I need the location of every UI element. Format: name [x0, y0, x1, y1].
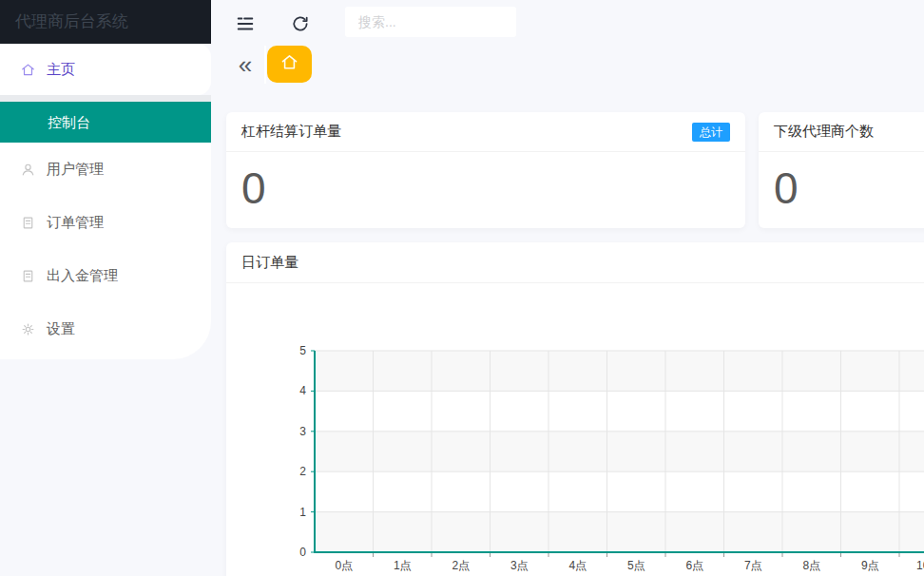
- sidebar-home-card: 主页: [0, 44, 211, 95]
- sidebar-menu-card: 控制台 用户管理 订单管理: [0, 102, 211, 359]
- daily-orders-chart: 0123450点1点2点3点4点5点6点7点8点9点10点: [226, 283, 924, 576]
- sidebar-item-home[interactable]: 主页: [0, 44, 211, 95]
- daily-orders-card: 日订单量 0123450点1点2点3点4点5点6点7点8点9点10点: [226, 242, 924, 576]
- screen: 代理商后台系统 主页 控制台 用户管理: [0, 0, 924, 576]
- sidebar-item-funds[interactable]: 出入金管理: [0, 249, 211, 302]
- svg-text:2: 2: [299, 465, 306, 478]
- card-title: 下级代理商个数: [774, 123, 874, 141]
- total-badge: 总计: [692, 123, 730, 142]
- sidebar-item-label: 控制台: [48, 114, 90, 130]
- refresh-icon[interactable]: [289, 12, 312, 35]
- sidebar-separator: [0, 95, 211, 102]
- svg-text:10点: 10点: [916, 559, 924, 572]
- collapse-tabs-icon[interactable]: «: [231, 48, 260, 81]
- chart-header: 日订单量: [226, 242, 924, 283]
- card-header: 杠杆结算订单量 总计: [226, 112, 745, 152]
- svg-text:3: 3: [299, 425, 306, 438]
- svg-text:7点: 7点: [744, 559, 762, 572]
- sidebar-item-orders[interactable]: 订单管理: [0, 196, 211, 249]
- home-icon: [20, 62, 36, 78]
- svg-text:8点: 8点: [802, 559, 820, 572]
- svg-text:1点: 1点: [394, 559, 412, 572]
- sidebar-item-label: 设置: [47, 320, 75, 338]
- svg-text:5点: 5点: [627, 559, 645, 572]
- user-icon: [20, 162, 36, 178]
- svg-text:1: 1: [299, 506, 306, 519]
- card-title: 杠杆结算订单量: [241, 123, 341, 141]
- sidebar-item-console[interactable]: 控制台: [0, 102, 211, 143]
- search-input[interactable]: [345, 7, 516, 37]
- svg-text:4: 4: [299, 384, 306, 397]
- svg-text:4点: 4点: [568, 559, 587, 572]
- svg-text:6点: 6点: [685, 559, 703, 572]
- sidebar-item-label: 主页: [47, 61, 75, 79]
- stat-card-leverage-orders: 杠杆结算订单量 总计 0: [226, 112, 745, 228]
- home-icon: [279, 52, 299, 76]
- sidebar-item-label: 订单管理: [47, 214, 104, 232]
- collapse-menu-icon[interactable]: [234, 12, 257, 35]
- sidebar-item-label: 出入金管理: [47, 267, 118, 285]
- home-tab-button[interactable]: [267, 46, 312, 83]
- card-header: 下级代理商个数: [759, 112, 924, 152]
- stat-card-sub-agents: 下级代理商个数 0: [759, 112, 924, 228]
- sidebar-item-settings[interactable]: 设置: [0, 302, 211, 355]
- app-title: 代理商后台系统: [0, 0, 211, 44]
- document-icon: [20, 268, 36, 284]
- chart-title: 日订单量: [241, 254, 298, 272]
- svg-text:5: 5: [299, 344, 306, 357]
- svg-text:3点: 3点: [510, 559, 529, 572]
- svg-text:9点: 9点: [861, 559, 879, 572]
- svg-text:2点: 2点: [452, 559, 470, 572]
- card-value: 0: [759, 152, 924, 210]
- sidebar-item-label: 用户管理: [47, 161, 104, 179]
- sidebar-item-users[interactable]: 用户管理: [0, 143, 211, 196]
- svg-text:0点: 0点: [335, 559, 353, 572]
- document-icon: [20, 215, 36, 231]
- card-value: 0: [226, 152, 745, 210]
- gear-icon: [20, 321, 36, 337]
- svg-text:0: 0: [299, 546, 306, 559]
- tabbar-separator: [264, 46, 266, 84]
